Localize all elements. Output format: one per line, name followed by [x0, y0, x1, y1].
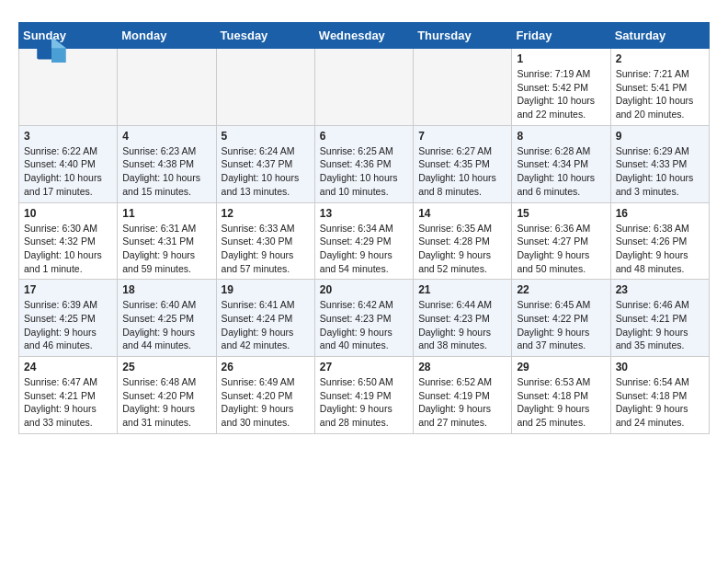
day-number: 25 [122, 361, 210, 373]
day-number: 3 [24, 130, 112, 143]
calendar-cell: 15Sunrise: 6:36 AM Sunset: 4:27 PM Dayli… [512, 202, 610, 280]
calendar-cell: 5Sunrise: 6:24 AM Sunset: 4:37 PM Daylig… [216, 125, 314, 202]
day-info: Sunrise: 6:54 AM Sunset: 4:18 PM Dayligh… [616, 375, 704, 430]
weekday-header-friday: Friday [512, 23, 610, 49]
calendar-cell [118, 49, 216, 126]
calendar-cell: 22Sunrise: 6:45 AM Sunset: 4:22 PM Dayli… [512, 280, 610, 357]
day-number: 27 [320, 361, 408, 373]
calendar-week-row: 17Sunrise: 6:39 AM Sunset: 4:25 PM Dayli… [19, 280, 710, 357]
day-info: Sunrise: 6:42 AM Sunset: 4:23 PM Dayligh… [320, 298, 408, 352]
calendar-cell: 26Sunrise: 6:49 AM Sunset: 4:20 PM Dayli… [216, 357, 314, 434]
calendar-cell: 29Sunrise: 6:53 AM Sunset: 4:18 PM Dayli… [512, 357, 610, 434]
day-number: 9 [616, 130, 704, 143]
calendar-cell [314, 49, 413, 126]
calendar-cell: 19Sunrise: 6:41 AM Sunset: 4:24 PM Dayli… [216, 280, 314, 357]
calendar-cell: 7Sunrise: 6:27 AM Sunset: 4:35 PM Daylig… [414, 125, 512, 202]
day-number: 14 [418, 207, 506, 220]
day-info: Sunrise: 6:45 AM Sunset: 4:22 PM Dayligh… [517, 298, 605, 352]
calendar-week-row: 24Sunrise: 6:47 AM Sunset: 4:21 PM Dayli… [19, 357, 710, 434]
day-number: 18 [122, 283, 210, 296]
day-info: Sunrise: 6:49 AM Sunset: 4:20 PM Dayligh… [222, 375, 310, 430]
calendar-cell: 11Sunrise: 6:31 AM Sunset: 4:31 PM Dayli… [118, 202, 216, 280]
day-number: 28 [418, 361, 506, 373]
day-info: Sunrise: 6:33 AM Sunset: 4:30 PM Dayligh… [222, 222, 310, 276]
calendar-cell: 17Sunrise: 6:39 AM Sunset: 4:25 PM Dayli… [19, 280, 118, 357]
calendar-week-row: 10Sunrise: 6:30 AM Sunset: 4:32 PM Dayli… [19, 202, 710, 280]
calendar-week-row: 1Sunrise: 7:19 AM Sunset: 5:42 PM Daylig… [19, 49, 710, 126]
weekday-header-saturday: Saturday [610, 23, 709, 49]
day-info: Sunrise: 6:48 AM Sunset: 4:20 PM Dayligh… [122, 375, 210, 430]
calendar-header-row: SundayMondayTuesdayWednesdayThursdayFrid… [19, 23, 710, 49]
day-number: 24 [24, 361, 112, 373]
day-info: Sunrise: 6:25 AM Sunset: 4:36 PM Dayligh… [320, 144, 408, 199]
day-number: 2 [616, 52, 704, 65]
day-info: Sunrise: 6:40 AM Sunset: 4:25 PM Dayligh… [122, 298, 210, 352]
day-info: Sunrise: 6:50 AM Sunset: 4:19 PM Dayligh… [320, 375, 408, 430]
calendar-cell: 24Sunrise: 6:47 AM Sunset: 4:21 PM Dayli… [19, 357, 118, 434]
weekday-header-wednesday: Wednesday [314, 23, 413, 49]
day-info: Sunrise: 6:44 AM Sunset: 4:23 PM Dayligh… [418, 298, 506, 352]
calendar-cell: 3Sunrise: 6:22 AM Sunset: 4:40 PM Daylig… [19, 125, 118, 202]
day-number: 15 [517, 207, 605, 220]
day-info: Sunrise: 6:36 AM Sunset: 4:27 PM Dayligh… [517, 222, 605, 276]
calendar-cell: 4Sunrise: 6:23 AM Sunset: 4:38 PM Daylig… [118, 125, 216, 202]
day-info: Sunrise: 6:53 AM Sunset: 4:18 PM Dayligh… [517, 375, 605, 430]
day-number: 10 [24, 207, 112, 220]
weekday-header-monday: Monday [118, 23, 216, 49]
day-number: 17 [24, 283, 112, 296]
day-number: 1 [517, 52, 605, 65]
calendar-cell: 21Sunrise: 6:44 AM Sunset: 4:23 PM Dayli… [414, 280, 512, 357]
calendar-cell: 12Sunrise: 6:33 AM Sunset: 4:30 PM Dayli… [216, 202, 314, 280]
day-info: Sunrise: 6:27 AM Sunset: 4:35 PM Dayligh… [418, 144, 506, 199]
day-info: Sunrise: 6:23 AM Sunset: 4:38 PM Dayligh… [122, 144, 210, 199]
day-number: 19 [222, 283, 310, 296]
day-info: Sunrise: 6:38 AM Sunset: 4:26 PM Dayligh… [616, 222, 704, 276]
calendar-cell: 27Sunrise: 6:50 AM Sunset: 4:19 PM Dayli… [314, 357, 413, 434]
calendar-cell: 20Sunrise: 6:42 AM Sunset: 4:23 PM Dayli… [314, 280, 413, 357]
calendar-cell: 30Sunrise: 6:54 AM Sunset: 4:18 PM Dayli… [610, 357, 709, 434]
day-info: Sunrise: 6:35 AM Sunset: 4:28 PM Dayligh… [418, 222, 506, 276]
weekday-header-tuesday: Tuesday [216, 23, 314, 49]
calendar-cell [216, 49, 314, 126]
day-info: Sunrise: 6:31 AM Sunset: 4:31 PM Dayligh… [122, 222, 210, 276]
day-info: Sunrise: 6:39 AM Sunset: 4:25 PM Dayligh… [24, 298, 112, 352]
calendar-cell: 6Sunrise: 6:25 AM Sunset: 4:36 PM Daylig… [314, 125, 413, 202]
day-number: 8 [517, 130, 605, 143]
day-info: Sunrise: 6:47 AM Sunset: 4:21 PM Dayligh… [24, 375, 112, 430]
day-number: 4 [122, 130, 210, 143]
calendar-cell: 8Sunrise: 6:28 AM Sunset: 4:34 PM Daylig… [512, 125, 610, 202]
day-number: 21 [418, 283, 506, 296]
day-number: 6 [320, 130, 408, 143]
day-number: 26 [222, 361, 310, 373]
day-info: Sunrise: 6:28 AM Sunset: 4:34 PM Dayligh… [517, 144, 605, 199]
calendar-cell: 23Sunrise: 6:46 AM Sunset: 4:21 PM Dayli… [610, 280, 709, 357]
calendar-cell: 13Sunrise: 6:34 AM Sunset: 4:29 PM Dayli… [314, 202, 413, 280]
calendar-cell: 2Sunrise: 7:21 AM Sunset: 5:41 PM Daylig… [610, 49, 709, 126]
day-number: 20 [320, 283, 408, 296]
calendar-cell: 25Sunrise: 6:48 AM Sunset: 4:20 PM Dayli… [118, 357, 216, 434]
day-info: Sunrise: 6:24 AM Sunset: 4:37 PM Dayligh… [222, 144, 310, 199]
day-number: 29 [517, 361, 605, 373]
logo-icon [37, 37, 66, 63]
day-info: Sunrise: 6:30 AM Sunset: 4:32 PM Dayligh… [24, 222, 112, 276]
calendar-cell [414, 49, 512, 126]
day-number: 30 [616, 361, 704, 373]
calendar-week-row: 3Sunrise: 6:22 AM Sunset: 4:40 PM Daylig… [19, 125, 710, 202]
day-number: 12 [222, 207, 310, 220]
day-number: 16 [616, 207, 704, 220]
calendar-table: SundayMondayTuesdayWednesdayThursdayFrid… [18, 22, 710, 434]
day-number: 5 [222, 130, 310, 143]
calendar-cell: 28Sunrise: 6:52 AM Sunset: 4:19 PM Dayli… [414, 357, 512, 434]
day-info: Sunrise: 6:29 AM Sunset: 4:33 PM Dayligh… [616, 144, 704, 199]
day-number: 11 [122, 207, 210, 220]
calendar-cell: 10Sunrise: 6:30 AM Sunset: 4:32 PM Dayli… [19, 202, 118, 280]
calendar-cell: 18Sunrise: 6:40 AM Sunset: 4:25 PM Dayli… [118, 280, 216, 357]
calendar-cell: 9Sunrise: 6:29 AM Sunset: 4:33 PM Daylig… [610, 125, 709, 202]
day-info: Sunrise: 7:19 AM Sunset: 5:42 PM Dayligh… [517, 67, 605, 121]
calendar-cell: 1Sunrise: 7:19 AM Sunset: 5:42 PM Daylig… [512, 49, 610, 126]
logo [37, 37, 70, 63]
day-number: 23 [616, 283, 704, 296]
day-info: Sunrise: 6:22 AM Sunset: 4:40 PM Dayligh… [24, 144, 112, 199]
day-info: Sunrise: 6:46 AM Sunset: 4:21 PM Dayligh… [616, 298, 704, 352]
day-info: Sunrise: 6:41 AM Sunset: 4:24 PM Dayligh… [222, 298, 310, 352]
